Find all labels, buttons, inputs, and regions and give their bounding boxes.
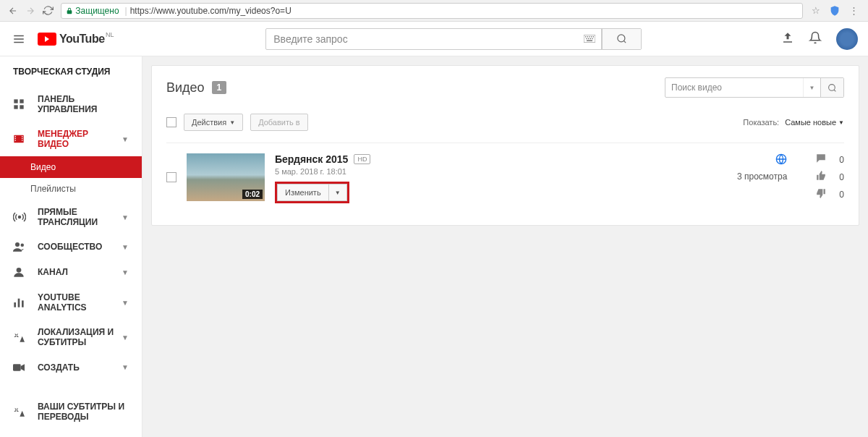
shield-icon[interactable] <box>826 2 843 20</box>
star-icon[interactable]: ☆ <box>807 2 825 20</box>
sidebar-item-label: МЕНЕДЖЕР ВИДЕО <box>38 129 122 149</box>
sidebar-item-create[interactable]: СОЗДАТЬ ▼ <box>0 355 142 380</box>
svg-point-28 <box>21 244 25 247</box>
svg-point-27 <box>15 242 20 247</box>
select-all-checkbox[interactable] <box>166 117 176 127</box>
edit-button-highlight: Изменить ▼ <box>275 182 349 203</box>
dislikes-count: 0 <box>839 190 844 200</box>
sidebar-item-label: YOUTUBE ANALYTICS <box>38 292 122 313</box>
svg-rect-8 <box>592 36 593 37</box>
reload-button[interactable] <box>41 4 55 18</box>
video-title[interactable]: Бердянск 2015 <box>275 153 348 165</box>
sidebar-sub-playlists[interactable]: Плейлисты <box>0 178 142 200</box>
chevron-down-icon: ▼ <box>122 243 129 251</box>
video-checkbox[interactable] <box>166 172 176 182</box>
add-to-button[interactable]: Добавить в <box>250 114 308 131</box>
svg-rect-23 <box>22 136 22 137</box>
forward-button[interactable] <box>23 4 38 18</box>
svg-rect-33 <box>13 364 21 370</box>
sidebar-title: ТВОРЧЕСКАЯ СТУДИЯ <box>0 67 142 87</box>
svg-rect-17 <box>14 105 17 109</box>
upload-icon[interactable] <box>781 31 794 46</box>
actions-button[interactable]: Действия▼ <box>184 114 243 131</box>
avatar[interactable] <box>836 28 858 50</box>
views-text: 3 просмотра <box>737 171 787 182</box>
bell-icon[interactable] <box>809 31 822 46</box>
sidebar-item-localization[interactable]: ЛОКАЛИЗАЦИЯ И СУБТИТРЫ ▼ <box>0 320 142 355</box>
logo-play-icon <box>38 33 56 46</box>
lock-icon: Защищено <box>66 6 119 16</box>
sidebar-item-community[interactable]: СООБЩЕСТВО ▼ <box>0 234 142 259</box>
logo-suffix: NL <box>106 31 114 38</box>
sidebar: ТВОРЧЕСКАЯ СТУДИЯ ПАНЕЛЬ УПРАВЛЕНИЯ МЕНЕ… <box>0 56 142 437</box>
search-box: Введите запрос <box>265 28 642 50</box>
sidebar-sub-videos[interactable]: Видео <box>0 156 142 178</box>
camera-icon <box>13 362 29 373</box>
sidebar-item-label: СООБЩЕСТВО <box>38 242 122 252</box>
svg-rect-30 <box>14 302 16 307</box>
sidebar-item-label: КАНАЛ <box>38 267 122 277</box>
sidebar-item-label: ПРЯМЫЕ ТРАНСЛЯЦИИ <box>38 207 122 227</box>
svg-rect-11 <box>590 38 590 39</box>
search-button[interactable] <box>602 29 641 49</box>
svg-rect-20 <box>15 136 16 137</box>
search-dropdown[interactable]: ▼ <box>803 78 820 97</box>
video-search-button[interactable] <box>820 78 843 97</box>
secure-label: Защищено <box>75 6 119 16</box>
header: YouTube NL Введите запрос <box>0 22 868 56</box>
sidebar-item-dashboard[interactable]: ПАНЕЛЬ УПРАВЛЕНИЯ <box>0 87 142 122</box>
subtitle-icon <box>13 406 29 417</box>
browser-bar: Защищено | https://www.youtube.com/my_vi… <box>0 0 868 22</box>
menu-dots-icon[interactable]: ⋮ <box>845 2 862 20</box>
menu-icon[interactable] <box>10 30 27 48</box>
logo[interactable]: YouTube NL <box>38 33 105 46</box>
back-button[interactable] <box>6 4 20 18</box>
keyboard-icon[interactable] <box>577 29 602 49</box>
sidebar-item-label: ВАШИ СУБТИТРЫ И ПЕРЕВОДЫ <box>38 402 129 423</box>
dashboard-icon <box>13 98 29 110</box>
show-label: Показать: <box>743 118 779 127</box>
svg-point-14 <box>618 35 625 42</box>
video-search: Поиск видео ▼ <box>665 77 844 98</box>
people-icon <box>13 242 29 252</box>
svg-point-34 <box>829 84 835 90</box>
sidebar-item-label: ПАНЕЛЬ УПРАВЛЕНИЯ <box>38 94 129 114</box>
edit-button[interactable]: Изменить <box>277 184 329 201</box>
svg-rect-9 <box>586 38 587 39</box>
person-icon <box>13 266 29 278</box>
translate-icon <box>13 331 29 343</box>
video-search-input[interactable]: Поиск видео <box>665 78 803 97</box>
main: Видео 1 Поиск видео ▼ Действия▼ Добавить… <box>142 56 868 437</box>
chevron-down-icon: ▼ <box>122 334 129 341</box>
svg-rect-18 <box>20 105 23 109</box>
svg-rect-24 <box>22 138 22 139</box>
film-icon <box>13 133 29 145</box>
analytics-icon <box>13 297 29 308</box>
edit-dropdown[interactable]: ▼ <box>329 184 347 201</box>
sidebar-item-analytics[interactable]: YOUTUBE ANALYTICS ▼ <box>0 285 142 320</box>
chevron-down-icon: ▼ <box>122 363 129 371</box>
sidebar-item-live[interactable]: ПРЯМЫЕ ТРАНСЛЯЦИИ ▼ <box>0 200 142 234</box>
search-input[interactable]: Введите запрос <box>266 29 577 49</box>
thumb-up-icon <box>816 171 827 183</box>
svg-rect-6 <box>589 36 590 37</box>
url-bar[interactable]: Защищено | https://www.youtube.com/my_vi… <box>61 3 803 19</box>
sidebar-item-label: СОЗДАТЬ <box>38 362 122 373</box>
svg-rect-10 <box>588 38 589 39</box>
sidebar-item-your-subtitles[interactable]: ВАШИ СУБТИТРЫ И ПЕРЕВОДЫ <box>0 394 142 430</box>
video-thumbnail[interactable]: 0:02 <box>187 153 265 201</box>
thumb-down-icon <box>816 188 827 200</box>
globe-icon <box>737 153 787 167</box>
svg-point-29 <box>17 268 22 273</box>
count-badge: 1 <box>212 81 227 94</box>
svg-rect-25 <box>22 140 22 140</box>
svg-rect-31 <box>18 299 20 307</box>
video-date: 5 мар. 2018 г. 18:01 <box>275 167 737 176</box>
sort-dropdown[interactable]: Самые новые▼ <box>785 118 844 127</box>
likes-count: 0 <box>839 172 844 182</box>
sidebar-item-channel[interactable]: КАНАЛ ▼ <box>0 259 142 285</box>
chevron-down-icon: ▼ <box>122 299 129 307</box>
svg-point-26 <box>19 216 21 218</box>
sidebar-item-video-manager[interactable]: МЕНЕДЖЕР ВИДЕО ▼ <box>0 122 142 156</box>
card: Видео 1 Поиск видео ▼ Действия▼ Добавить… <box>151 65 859 226</box>
